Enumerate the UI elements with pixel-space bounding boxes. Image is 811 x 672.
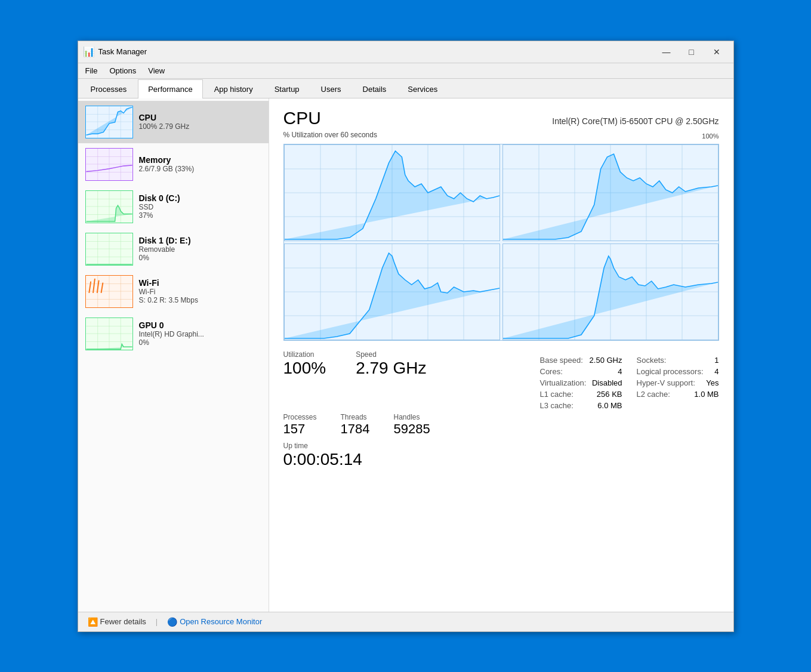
minimize-button[interactable]: — <box>655 45 679 59</box>
tabs-bar: Processes Performance App history Startu… <box>78 79 733 98</box>
details-grid: Base speed: 2.50 GHz Sockets: 1 Cores: 4 <box>540 355 719 411</box>
close-button[interactable]: ✕ <box>705 45 729 59</box>
menu-bar: File Options View <box>78 63 733 79</box>
tab-processes[interactable]: Processes <box>81 79 137 98</box>
detail-virt-key: Virtualization: <box>540 378 587 387</box>
cpu-graphs-grid <box>283 144 719 341</box>
detail-l2-val: 1.0 MB <box>694 390 719 399</box>
wifi-thumb-graph <box>86 276 132 307</box>
detail-l1-val: 256 KB <box>597 390 622 399</box>
cpu-graph-svg-tr <box>503 145 718 241</box>
detail-sockets-key: Sockets: <box>637 356 667 365</box>
cpu-graph-svg-tl <box>285 145 499 241</box>
menu-options[interactable]: Options <box>104 64 141 77</box>
content-area: CPU 100% 2.79 GHz <box>78 98 733 612</box>
detail-hyperv-key: Hyper-V support: <box>637 378 695 387</box>
maximize-button[interactable]: □ <box>680 45 704 59</box>
detail-virt: Virtualization: Disabled <box>540 378 622 388</box>
memory-stats: 2.6/7.9 GB (33%) <box>139 165 261 173</box>
gpu-percent: 0% <box>139 338 261 347</box>
disk1-label: Disk 1 (D: E:) <box>139 236 261 245</box>
utilization-label: Utilization <box>283 350 326 359</box>
cpu-graph-bottom-right <box>502 243 719 340</box>
task-manager-window: 📊 Task Manager — □ ✕ File Options View P… <box>78 41 734 632</box>
wifi-speed: S: 0.2 R: 3.5 Mbps <box>139 296 261 304</box>
tab-users[interactable]: Users <box>311 79 351 98</box>
cpu-graph-svg-br <box>503 244 718 340</box>
cpu-graph-top-right <box>502 144 719 241</box>
detail-hyperv: Hyper-V support: Yes <box>637 378 719 388</box>
cpu-model-text: Intel(R) Core(TM) i5-6500T CPU @ 2.50GHz <box>552 116 719 126</box>
processes-label: Processes <box>283 413 317 421</box>
wifi-info: Wi-Fi Wi-Fi S: 0.2 R: 3.5 Mbps <box>139 278 261 304</box>
cpu-graph-top-left <box>284 144 500 241</box>
detail-l3-key: L3 cache: <box>540 401 573 410</box>
tab-startup[interactable]: Startup <box>264 79 310 98</box>
sidebar-item-cpu[interactable]: CPU 100% 2.79 GHz <box>78 101 269 143</box>
disk1-type: Removable <box>139 245 261 254</box>
detail-basespeed-val: 2.50 GHz <box>590 356 622 365</box>
tab-performance[interactable]: Performance <box>138 79 202 98</box>
title-buttons: — □ ✕ <box>655 45 729 59</box>
detail-sockets-val: 1 <box>714 356 719 365</box>
disk0-percent: 37% <box>139 211 261 220</box>
disk1-percent: 0% <box>139 254 261 262</box>
gpu-label: GPU 0 <box>139 320 261 330</box>
menu-file[interactable]: File <box>81 64 103 77</box>
disk0-type: SSD <box>139 203 261 211</box>
resource-monitor-icon: 🔵 <box>167 617 177 627</box>
detail-sockets: Sockets: 1 <box>637 355 719 365</box>
uptime-label: Up time <box>283 442 719 450</box>
fewer-details-button[interactable]: 🔼 Fewer details <box>88 617 146 627</box>
menu-view[interactable]: View <box>143 64 169 77</box>
sidebar-item-gpu[interactable]: GPU 0 Intel(R) HD Graphi... 0% <box>78 313 269 355</box>
detail-hyperv-val: Yes <box>706 378 719 387</box>
tab-details[interactable]: Details <box>353 79 397 98</box>
chevron-up-icon: 🔼 <box>88 617 98 627</box>
cpu-thumbnail <box>85 106 133 138</box>
fewer-details-label: Fewer details <box>100 617 146 626</box>
util-label: % Utilization over 60 seconds <box>283 131 377 139</box>
disk1-thumbnail <box>85 233 133 266</box>
open-resource-label: Open Resource Monitor <box>180 617 262 626</box>
detail-l3-val: 6.0 MB <box>597 401 622 410</box>
sidebar-item-disk1[interactable]: Disk 1 (D: E:) Removable 0% <box>78 228 269 270</box>
disk0-thumbnail <box>85 190 133 223</box>
wifi-type: Wi-Fi <box>139 288 261 296</box>
uptime-section: Up time 0:00:05:14 <box>283 442 719 469</box>
detail-l1: L1 cache: 256 KB <box>540 389 622 399</box>
detail-logical-key: Logical processors: <box>637 367 704 376</box>
detail-virt-val: Disabled <box>592 378 622 387</box>
title-bar-left: 📊 Task Manager <box>83 46 147 57</box>
detail-logical-val: 4 <box>714 367 719 376</box>
open-resource-monitor-link[interactable]: 🔵 Open Resource Monitor <box>167 617 262 627</box>
memory-label: Memory <box>139 155 261 165</box>
sidebar-item-memory[interactable]: Memory 2.6/7.9 GB (33%) <box>78 143 269 186</box>
detail-l3: L3 cache: 6.0 MB <box>540 400 622 411</box>
processes-value: 157 <box>283 421 317 437</box>
disk0-thumb-graph <box>86 191 132 223</box>
cpu-panel-title: CPU <box>283 108 321 128</box>
sidebar-item-wifi[interactable]: Wi-Fi Wi-Fi S: 0.2 R: 3.5 Mbps <box>78 270 269 313</box>
memory-thumbnail <box>85 148 133 181</box>
tab-services[interactable]: Services <box>397 79 448 98</box>
footer-separator: | <box>156 617 158 626</box>
utilization-value: 100% <box>283 359 326 378</box>
detail-l1-key: L1 cache: <box>540 390 573 399</box>
sidebar-item-disk0[interactable]: Disk 0 (C:) SSD 37% <box>78 186 269 228</box>
disk0-label: Disk 0 (C:) <box>139 193 261 203</box>
title-bar: 📊 Task Manager — □ ✕ <box>78 41 733 63</box>
gpu-thumb-graph <box>86 318 132 350</box>
memory-info: Memory 2.6/7.9 GB (33%) <box>139 155 261 173</box>
cpu-graph-svg-bl <box>285 244 499 340</box>
window-icon: 📊 <box>83 46 95 57</box>
cpu-thumb-graph <box>86 106 132 138</box>
detail-logical: Logical processors: 4 <box>637 366 719 377</box>
sidebar: CPU 100% 2.79 GHz <box>78 98 269 612</box>
gpu-model: Intel(R) HD Graphi... <box>139 330 261 338</box>
cpu-info: CPU 100% 2.79 GHz <box>139 113 261 131</box>
speed-value: 2.79 GHz <box>356 359 426 378</box>
tab-app-history[interactable]: App history <box>204 79 263 98</box>
handles-value: 59285 <box>393 421 430 437</box>
cpu-header: CPU Intel(R) Core(TM) i5-6500T CPU @ 2.5… <box>283 108 719 128</box>
